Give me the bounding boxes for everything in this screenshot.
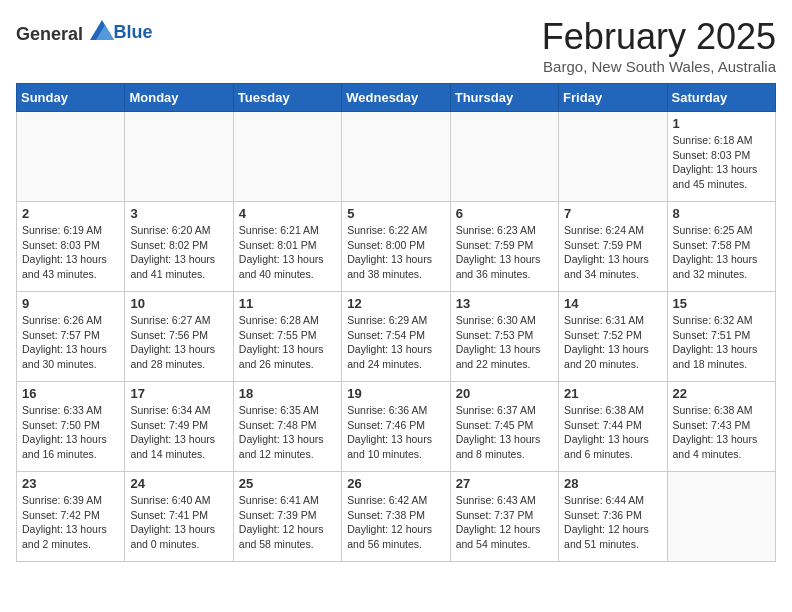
day-number: 3 [130, 206, 227, 221]
calendar-cell: 14Sunrise: 6:31 AMSunset: 7:52 PMDayligh… [559, 292, 667, 382]
header: General Blue February 2025 Bargo, New So… [16, 16, 776, 75]
day-info: Sunrise: 6:33 AMSunset: 7:50 PMDaylight:… [22, 403, 119, 462]
day-number: 9 [22, 296, 119, 311]
calendar-cell [17, 112, 125, 202]
day-number: 10 [130, 296, 227, 311]
location-title: Bargo, New South Wales, Australia [542, 58, 776, 75]
day-number: 13 [456, 296, 553, 311]
day-info: Sunrise: 6:42 AMSunset: 7:38 PMDaylight:… [347, 493, 444, 552]
day-info: Sunrise: 6:41 AMSunset: 7:39 PMDaylight:… [239, 493, 336, 552]
calendar-cell: 17Sunrise: 6:34 AMSunset: 7:49 PMDayligh… [125, 382, 233, 472]
weekday-header-sunday: Sunday [17, 84, 125, 112]
day-info: Sunrise: 6:29 AMSunset: 7:54 PMDaylight:… [347, 313, 444, 372]
day-info: Sunrise: 6:24 AMSunset: 7:59 PMDaylight:… [564, 223, 661, 282]
calendar-cell [450, 112, 558, 202]
day-info: Sunrise: 6:31 AMSunset: 7:52 PMDaylight:… [564, 313, 661, 372]
title-area: February 2025 Bargo, New South Wales, Au… [542, 16, 776, 75]
day-number: 5 [347, 206, 444, 221]
day-info: Sunrise: 6:19 AMSunset: 8:03 PMDaylight:… [22, 223, 119, 282]
calendar-cell [233, 112, 341, 202]
day-number: 15 [673, 296, 770, 311]
day-number: 12 [347, 296, 444, 311]
weekday-header-wednesday: Wednesday [342, 84, 450, 112]
logo-icon [90, 20, 114, 40]
week-row-4: 23Sunrise: 6:39 AMSunset: 7:42 PMDayligh… [17, 472, 776, 562]
calendar-cell [559, 112, 667, 202]
calendar-cell [667, 472, 775, 562]
day-number: 26 [347, 476, 444, 491]
day-info: Sunrise: 6:43 AMSunset: 7:37 PMDaylight:… [456, 493, 553, 552]
calendar-cell: 27Sunrise: 6:43 AMSunset: 7:37 PMDayligh… [450, 472, 558, 562]
day-number: 7 [564, 206, 661, 221]
calendar-cell: 21Sunrise: 6:38 AMSunset: 7:44 PMDayligh… [559, 382, 667, 472]
day-number: 23 [22, 476, 119, 491]
day-number: 28 [564, 476, 661, 491]
calendar-cell: 9Sunrise: 6:26 AMSunset: 7:57 PMDaylight… [17, 292, 125, 382]
calendar-cell: 13Sunrise: 6:30 AMSunset: 7:53 PMDayligh… [450, 292, 558, 382]
calendar: SundayMondayTuesdayWednesdayThursdayFrid… [16, 83, 776, 562]
week-row-1: 2Sunrise: 6:19 AMSunset: 8:03 PMDaylight… [17, 202, 776, 292]
logo-general: General [16, 24, 83, 44]
day-info: Sunrise: 6:38 AMSunset: 7:44 PMDaylight:… [564, 403, 661, 462]
day-info: Sunrise: 6:35 AMSunset: 7:48 PMDaylight:… [239, 403, 336, 462]
day-info: Sunrise: 6:22 AMSunset: 8:00 PMDaylight:… [347, 223, 444, 282]
logo-blue: Blue [114, 22, 153, 42]
day-number: 18 [239, 386, 336, 401]
calendar-cell: 26Sunrise: 6:42 AMSunset: 7:38 PMDayligh… [342, 472, 450, 562]
day-number: 22 [673, 386, 770, 401]
day-number: 19 [347, 386, 444, 401]
calendar-cell: 22Sunrise: 6:38 AMSunset: 7:43 PMDayligh… [667, 382, 775, 472]
day-number: 8 [673, 206, 770, 221]
day-info: Sunrise: 6:38 AMSunset: 7:43 PMDaylight:… [673, 403, 770, 462]
calendar-cell: 20Sunrise: 6:37 AMSunset: 7:45 PMDayligh… [450, 382, 558, 472]
day-number: 25 [239, 476, 336, 491]
calendar-cell: 19Sunrise: 6:36 AMSunset: 7:46 PMDayligh… [342, 382, 450, 472]
day-number: 20 [456, 386, 553, 401]
day-info: Sunrise: 6:18 AMSunset: 8:03 PMDaylight:… [673, 133, 770, 192]
day-number: 2 [22, 206, 119, 221]
logo: General Blue [16, 20, 153, 45]
calendar-cell: 10Sunrise: 6:27 AMSunset: 7:56 PMDayligh… [125, 292, 233, 382]
day-info: Sunrise: 6:23 AMSunset: 7:59 PMDaylight:… [456, 223, 553, 282]
day-info: Sunrise: 6:34 AMSunset: 7:49 PMDaylight:… [130, 403, 227, 462]
day-info: Sunrise: 6:26 AMSunset: 7:57 PMDaylight:… [22, 313, 119, 372]
calendar-cell: 12Sunrise: 6:29 AMSunset: 7:54 PMDayligh… [342, 292, 450, 382]
day-number: 11 [239, 296, 336, 311]
day-info: Sunrise: 6:36 AMSunset: 7:46 PMDaylight:… [347, 403, 444, 462]
day-number: 1 [673, 116, 770, 131]
calendar-cell [342, 112, 450, 202]
calendar-cell: 23Sunrise: 6:39 AMSunset: 7:42 PMDayligh… [17, 472, 125, 562]
calendar-cell: 6Sunrise: 6:23 AMSunset: 7:59 PMDaylight… [450, 202, 558, 292]
calendar-cell: 8Sunrise: 6:25 AMSunset: 7:58 PMDaylight… [667, 202, 775, 292]
day-info: Sunrise: 6:30 AMSunset: 7:53 PMDaylight:… [456, 313, 553, 372]
day-number: 17 [130, 386, 227, 401]
calendar-cell: 1Sunrise: 6:18 AMSunset: 8:03 PMDaylight… [667, 112, 775, 202]
day-info: Sunrise: 6:40 AMSunset: 7:41 PMDaylight:… [130, 493, 227, 552]
calendar-cell: 28Sunrise: 6:44 AMSunset: 7:36 PMDayligh… [559, 472, 667, 562]
calendar-cell: 24Sunrise: 6:40 AMSunset: 7:41 PMDayligh… [125, 472, 233, 562]
week-row-3: 16Sunrise: 6:33 AMSunset: 7:50 PMDayligh… [17, 382, 776, 472]
weekday-header-monday: Monday [125, 84, 233, 112]
day-number: 16 [22, 386, 119, 401]
weekday-header-friday: Friday [559, 84, 667, 112]
day-info: Sunrise: 6:37 AMSunset: 7:45 PMDaylight:… [456, 403, 553, 462]
calendar-cell: 16Sunrise: 6:33 AMSunset: 7:50 PMDayligh… [17, 382, 125, 472]
calendar-cell: 5Sunrise: 6:22 AMSunset: 8:00 PMDaylight… [342, 202, 450, 292]
weekday-header-tuesday: Tuesday [233, 84, 341, 112]
weekday-header-thursday: Thursday [450, 84, 558, 112]
day-number: 21 [564, 386, 661, 401]
week-row-2: 9Sunrise: 6:26 AMSunset: 7:57 PMDaylight… [17, 292, 776, 382]
day-info: Sunrise: 6:32 AMSunset: 7:51 PMDaylight:… [673, 313, 770, 372]
day-number: 4 [239, 206, 336, 221]
day-number: 6 [456, 206, 553, 221]
weekday-header-saturday: Saturday [667, 84, 775, 112]
day-info: Sunrise: 6:27 AMSunset: 7:56 PMDaylight:… [130, 313, 227, 372]
day-info: Sunrise: 6:44 AMSunset: 7:36 PMDaylight:… [564, 493, 661, 552]
calendar-cell: 25Sunrise: 6:41 AMSunset: 7:39 PMDayligh… [233, 472, 341, 562]
day-info: Sunrise: 6:21 AMSunset: 8:01 PMDaylight:… [239, 223, 336, 282]
day-info: Sunrise: 6:25 AMSunset: 7:58 PMDaylight:… [673, 223, 770, 282]
calendar-cell: 7Sunrise: 6:24 AMSunset: 7:59 PMDaylight… [559, 202, 667, 292]
day-number: 27 [456, 476, 553, 491]
calendar-cell: 3Sunrise: 6:20 AMSunset: 8:02 PMDaylight… [125, 202, 233, 292]
weekday-header-row: SundayMondayTuesdayWednesdayThursdayFrid… [17, 84, 776, 112]
